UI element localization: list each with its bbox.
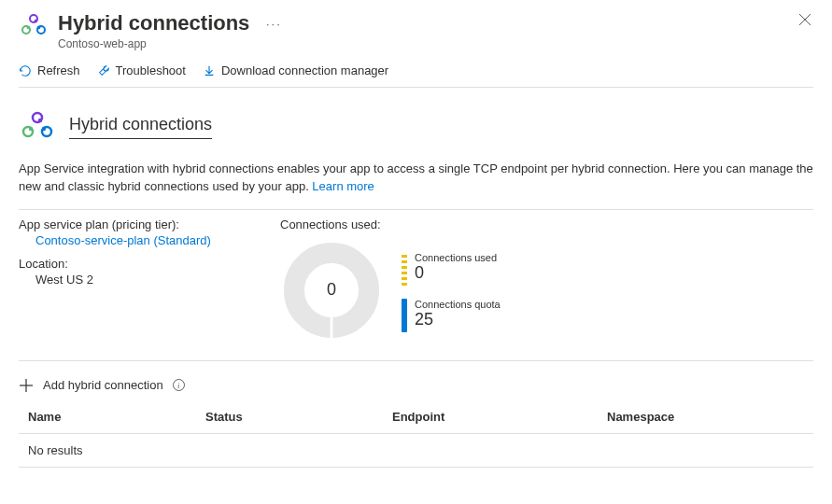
connections-table-body: No results: [19, 434, 813, 468]
svg-point-4: [37, 26, 41, 30]
connections-donut-chart: 0: [280, 239, 383, 342]
svg-point-3: [35, 20, 38, 23]
location-value: West US 2: [35, 273, 243, 287]
quota-value: 25: [415, 310, 501, 329]
used-label: Connections used: [415, 252, 497, 263]
col-name[interactable]: Name: [19, 410, 205, 424]
blade-header: Hybrid connections ··· Contoso-web-app: [0, 0, 832, 50]
description-text: App Service integration with hybrid conn…: [19, 161, 813, 193]
donut-center-value: 0: [280, 239, 383, 342]
location-label: Location:: [19, 257, 243, 271]
refresh-icon: [19, 64, 32, 77]
section-title: Hybrid connections: [69, 115, 212, 139]
quota-label: Connections quota: [415, 299, 501, 310]
command-bar: Refresh Troubleshoot Download connection…: [0, 50, 832, 87]
troubleshoot-button[interactable]: Troubleshoot: [97, 63, 186, 77]
hybrid-connections-icon: [19, 11, 49, 41]
svg-point-12: [42, 127, 46, 131]
connections-used-stat: Connections used 0: [402, 252, 501, 286]
refresh-button[interactable]: Refresh: [19, 63, 80, 77]
more-actions-button[interactable]: ···: [266, 17, 282, 31]
svg-point-5: [27, 26, 31, 30]
download-label: Download connection manager: [221, 63, 388, 77]
col-endpoint[interactable]: Endpoint: [392, 410, 607, 424]
info-icon[interactable]: i: [173, 379, 185, 391]
page-title: Hybrid connections: [58, 11, 249, 35]
used-value: 0: [415, 263, 497, 283]
plan-link[interactable]: Contoso-service-plan (Standard): [35, 233, 243, 247]
troubleshoot-label: Troubleshoot: [116, 63, 186, 77]
close-button[interactable]: [798, 13, 811, 29]
download-button[interactable]: Download connection manager: [203, 63, 388, 77]
section-description: App Service integration with hybrid conn…: [0, 161, 832, 209]
close-icon: [798, 13, 811, 26]
section-header: Hybrid connections: [0, 88, 832, 161]
used-legend-bar: [402, 252, 407, 286]
connections-label: Connections used:: [280, 217, 501, 231]
download-icon: [203, 64, 216, 77]
quota-legend-bar: [402, 299, 407, 332]
add-hybrid-connection-button[interactable]: Add hybrid connection i: [19, 360, 813, 404]
svg-point-11: [38, 119, 42, 122]
connections-quota-stat: Connections quota 25: [402, 299, 501, 332]
refresh-label: Refresh: [37, 63, 80, 77]
plan-label: App service plan (pricing tier):: [19, 217, 243, 231]
svg-point-13: [29, 127, 33, 131]
hybrid-connections-icon: [19, 108, 56, 146]
info-panel: App service plan (pricing tier): Contoso…: [19, 209, 813, 345]
table-empty-message: No results: [19, 434, 813, 467]
wrench-icon: [97, 64, 110, 77]
learn-more-link[interactable]: Learn more: [312, 179, 374, 193]
col-status[interactable]: Status: [205, 410, 392, 424]
add-label: Add hybrid connection: [43, 378, 163, 392]
connections-table-header: Name Status Endpoint Namespace: [19, 404, 813, 434]
col-namespace[interactable]: Namespace: [607, 410, 813, 424]
resource-subtitle: Contoso-web-app: [58, 37, 813, 50]
plus-icon: [19, 378, 34, 393]
